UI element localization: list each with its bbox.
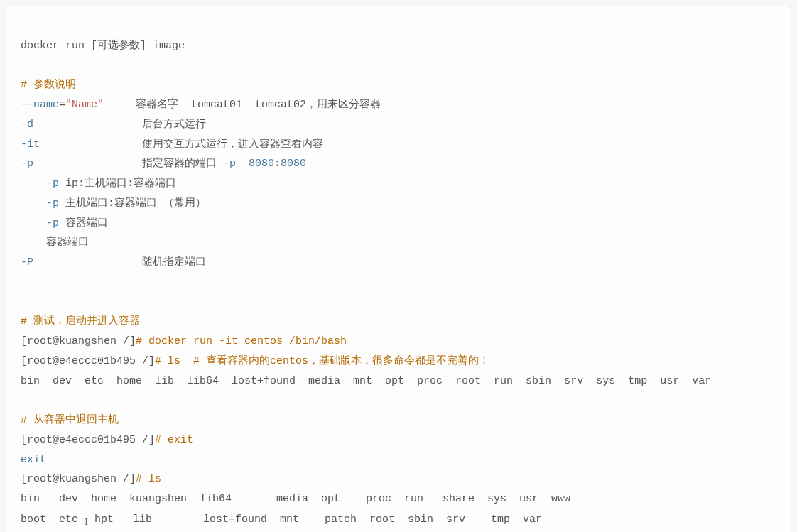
code-string: "Name" <box>65 99 104 111</box>
code-flag: -p <box>21 158 33 170</box>
text-cursor <box>119 413 119 425</box>
code-flag: -d <box>21 119 33 131</box>
output-line: bin dev home kuangshen lib64 media opt p… <box>21 493 570 505</box>
code-flag: -p <box>21 197 59 210</box>
prompt-host: root@e4eccc01b495 / <box>27 434 148 446</box>
code-flag: -it <box>21 139 40 151</box>
output-line: boot etc <box>21 514 85 526</box>
code-line: docker run <box>21 40 91 52</box>
prompt-host: root@kuangshen / <box>27 335 129 347</box>
code-flag: -P <box>21 256 33 268</box>
code-flag: --name <box>21 99 59 111</box>
code-line: 容器端口 <box>21 237 89 249</box>
output-line: bin dev etc home lib lib64 lost+found me… <box>21 375 711 387</box>
ibeam-cursor-icon: I <box>85 512 88 532</box>
code-comment: # 测试，启动并进入容器 <box>21 315 140 327</box>
prompt-host: root@e4eccc01b495 / <box>27 355 148 367</box>
code-flag: -p <box>21 217 59 229</box>
code-flag: -p <box>21 178 59 190</box>
code-block: docker run [可选参数] image # 参数说明 --name="N… <box>6 6 791 532</box>
prompt-host: root@kuangshen / <box>27 473 129 485</box>
code-comment: # 参数说明 <box>21 79 76 91</box>
code-comment: # 从容器中退回主机 <box>21 414 119 426</box>
output-line: exit <box>21 454 46 466</box>
